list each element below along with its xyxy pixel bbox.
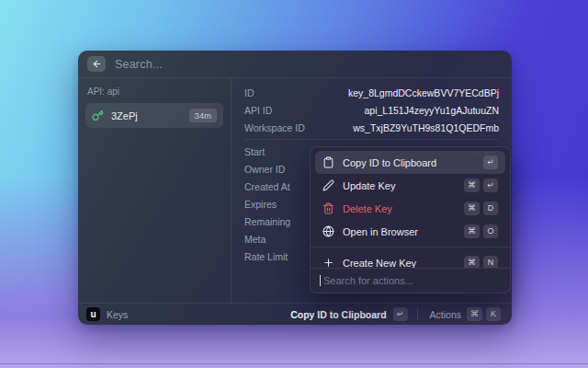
arrow-left-icon bbox=[92, 59, 102, 69]
detail-label: Expires bbox=[244, 199, 277, 210]
cmd-key-badge: ⌘ bbox=[464, 201, 480, 215]
d-key-badge: D bbox=[483, 201, 498, 215]
cmd-key-badge: ⌘ bbox=[464, 256, 480, 268]
menu-item-copy-id[interactable]: Copy ID to Clipboard ↵ bbox=[315, 151, 505, 174]
actions-context-menu: Copy ID to Clipboard ↵ Update Key ⌘ ↵ bbox=[310, 146, 511, 293]
actions-button[interactable]: Actions ⌘ K bbox=[427, 305, 503, 323]
o-key-badge: O bbox=[483, 224, 498, 238]
footer-bar: u Keys Copy ID to Clipboard ↵ Actions ⌘ … bbox=[78, 303, 512, 325]
text-cursor bbox=[320, 275, 321, 286]
detail-label: Remaining bbox=[244, 216, 290, 227]
detail-value: api_L151J4zeyyYu1gAJutuuZN bbox=[364, 105, 499, 116]
actions-search-input[interactable]: Search for actions... bbox=[311, 268, 510, 293]
cmd-key-badge: ⌘ bbox=[464, 224, 480, 238]
menu-item-open-in-browser[interactable]: Open in Browser ⌘ O bbox=[315, 220, 505, 243]
cmd-key-badge: ⌘ bbox=[464, 178, 480, 192]
key-list-item[interactable]: 3ZePj 34m bbox=[85, 103, 223, 128]
menu-item-create-new-key[interactable]: Create New Key ⌘ N bbox=[315, 251, 505, 268]
trash-icon bbox=[322, 202, 334, 214]
plus-icon bbox=[322, 257, 334, 268]
search-header: Search... bbox=[78, 51, 512, 78]
command-palette: Search... API: api 3ZePj 34m ID bbox=[78, 51, 512, 325]
menu-item-label: Update Key bbox=[343, 180, 395, 191]
desktop-background: Search... API: api 3ZePj 34m ID bbox=[0, 0, 588, 368]
unkey-logo: u bbox=[86, 307, 100, 321]
menu-separator bbox=[311, 247, 510, 247]
detail-label: Rate Limit bbox=[244, 251, 288, 262]
key-icon bbox=[92, 109, 104, 121]
enter-key-badge: ↵ bbox=[483, 178, 498, 192]
menu-item-label: Open in Browser bbox=[343, 226, 418, 237]
background-bottom-line bbox=[0, 363, 588, 364]
menu-item-delete-key[interactable]: Delete Key ⌘ D bbox=[315, 197, 505, 220]
detail-label: Owner ID bbox=[244, 164, 285, 175]
detail-row-id: ID key_8LgmdDCckewBVV7YECdBPj bbox=[244, 84, 499, 101]
detail-label: Workspace ID bbox=[244, 122, 305, 133]
detail-row-api-id: API ID api_L151J4zeyyYu1gAJutuuZN bbox=[244, 101, 499, 119]
globe-icon bbox=[322, 225, 334, 237]
key-expiry-badge: 34m bbox=[189, 109, 217, 122]
pencil-icon bbox=[322, 179, 334, 191]
actions-menu-list: Copy ID to Clipboard ↵ Update Key ⌘ ↵ bbox=[311, 147, 510, 268]
detail-label: ID bbox=[244, 87, 254, 98]
detail-label: Meta bbox=[244, 234, 266, 245]
menu-item-label: Copy ID to Clipboard bbox=[343, 157, 436, 168]
k-key-badge: K bbox=[486, 307, 501, 321]
n-key-badge: N bbox=[483, 256, 498, 268]
clipboard-icon bbox=[322, 156, 334, 168]
key-item-label: 3ZePj bbox=[111, 110, 182, 121]
enter-key-badge: ↵ bbox=[393, 307, 408, 321]
detail-label: API ID bbox=[244, 105, 272, 116]
menu-item-update-key[interactable]: Update Key ⌘ ↵ bbox=[315, 174, 505, 197]
enter-key-badge: ↵ bbox=[483, 155, 498, 169]
detail-value: ws_TxjBZ9YuTH9s81Q1QEDFmb bbox=[353, 122, 499, 133]
footer-divider bbox=[417, 308, 418, 320]
actions-label: Actions bbox=[430, 309, 461, 320]
actions-search-placeholder: Search for actions... bbox=[323, 275, 413, 286]
menu-item-label: Create New Key bbox=[343, 258, 416, 269]
key-list-sidebar: API: api 3ZePj 34m bbox=[78, 78, 232, 303]
detail-value: key_8LgmdDCckewBVV7YECdBPj bbox=[348, 87, 499, 98]
detail-row-workspace-id: Workspace ID ws_TxjBZ9YuTH9s81Q1QEDFmb bbox=[244, 119, 499, 136]
footer-primary-action[interactable]: Copy ID to Clipboard bbox=[290, 309, 386, 320]
menu-item-label: Delete Key bbox=[343, 203, 392, 214]
sidebar-group-label: API: api bbox=[87, 86, 221, 97]
cmd-key-badge: ⌘ bbox=[467, 307, 482, 321]
detail-label: Start bbox=[244, 146, 265, 157]
detail-label: Created At bbox=[244, 181, 290, 192]
search-input[interactable]: Search... bbox=[115, 58, 163, 71]
footer-context-label: Keys bbox=[107, 309, 128, 320]
detail-group-divider bbox=[244, 139, 499, 140]
back-button[interactable] bbox=[87, 56, 106, 72]
